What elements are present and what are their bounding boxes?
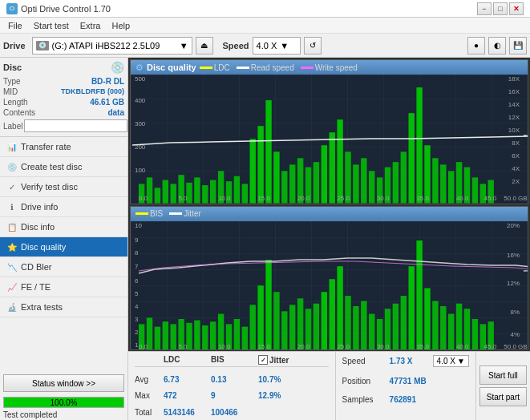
minimize-button[interactable]: −	[477, 2, 492, 15]
status-window-button[interactable]: Status window >>	[3, 374, 124, 392]
speed-box[interactable]: 4.0 X ▼	[433, 355, 469, 367]
svg-rect-20	[289, 164, 295, 203]
svg-rect-89	[273, 292, 279, 349]
restore-button[interactable]: □	[493, 2, 508, 15]
stats-bar: LDC BIS ✓ Jitter Avg 6.73 0.13 10.7% Max	[128, 351, 530, 420]
svg-text:15.0: 15.0	[257, 342, 270, 349]
save-button[interactable]: 💾	[509, 37, 527, 55]
svg-rect-92	[297, 298, 303, 349]
drive-selector[interactable]: 💿 (G:) ATAPI iHBS212 2.5L09 ▼	[32, 37, 192, 55]
svg-text:18X: 18X	[508, 75, 520, 83]
svg-text:50.0 GB: 50.0 GB	[504, 195, 527, 202]
legend-bis: BIS	[136, 209, 163, 218]
samples-value: 762891	[390, 395, 416, 404]
svg-text:25.0: 25.0	[337, 342, 350, 349]
start-full-button[interactable]: Start full	[479, 365, 527, 385]
sidebar-item-extra-tests[interactable]: 🔬 Extra tests	[0, 297, 127, 317]
legend-ldc-label: LDC	[214, 63, 230, 72]
sidebar-item-drive-info[interactable]: ℹ Drive info	[0, 197, 127, 217]
svg-rect-28	[353, 164, 358, 203]
svg-rect-84	[234, 318, 240, 349]
sidebar-item-label: Disc info	[21, 222, 55, 232]
disc-section-title: Disc	[3, 63, 22, 72]
disc-quality-icon: ⭐	[6, 241, 18, 252]
tool-btn-2[interactable]: ◐	[488, 37, 506, 55]
disc-length-row: Length 46.61 GB	[3, 98, 124, 107]
svg-text:8%: 8%	[511, 308, 520, 315]
action-buttons: Start full Start part	[475, 352, 530, 420]
svg-rect-104	[393, 303, 399, 349]
stats-right: Speed 1.73 X 4.0 X ▼ Position 47731 MB S…	[335, 352, 475, 420]
sidebar-item-create-test-disc[interactable]: 💿 Create test disc	[0, 157, 127, 177]
svg-rect-26	[337, 119, 342, 203]
svg-rect-79	[194, 320, 200, 349]
sidebar-item-disc-quality[interactable]: ⭐ Disc quality	[0, 237, 127, 257]
legend-write-speed: Write speed	[301, 63, 358, 72]
svg-text:12X: 12X	[508, 114, 520, 121]
disc-label-input[interactable]	[24, 119, 127, 132]
stats-empty-header	[135, 355, 160, 365]
disc-eject-icon[interactable]: 💿	[111, 61, 124, 74]
svg-text:45.0: 45.0	[484, 195, 497, 202]
sidebar-item-transfer-rate[interactable]: 📊 Transfer rate	[0, 137, 127, 157]
menu-file[interactable]: File	[3, 19, 27, 32]
max-ldc: 472	[164, 391, 208, 400]
svg-rect-35	[409, 113, 415, 203]
svg-rect-3	[155, 188, 160, 203]
extra-tests-icon: 🔬	[6, 301, 18, 313]
svg-rect-108	[424, 288, 430, 349]
position-label: Position	[342, 377, 386, 386]
app-icon: O	[6, 3, 18, 14]
svg-rect-18	[273, 151, 279, 203]
tool-btn-1[interactable]: ●	[467, 37, 485, 55]
svg-rect-30	[369, 171, 374, 203]
disc-label-row: Label ⚙	[3, 119, 124, 133]
svg-rect-95	[322, 292, 327, 349]
sidebar: Disc 💿 Type BD-R DL MID TDKBLDRFB (000) …	[0, 58, 128, 420]
legend-write-speed-label: Write speed	[315, 63, 358, 72]
avg-ldc: 6.73	[164, 375, 208, 384]
svg-text:12%: 12%	[507, 280, 520, 287]
main-container: Disc 💿 Type BD-R DL MID TDKBLDRFB (000) …	[0, 58, 530, 420]
svg-text:8X: 8X	[512, 139, 520, 147]
jitter-checkbox[interactable]: ✓	[258, 355, 268, 365]
svg-rect-105	[401, 296, 407, 349]
disc-info-table: Type BD-R DL MID TDKBLDRFB (000) Length …	[3, 77, 124, 133]
drive-dropdown-icon: ▼	[180, 41, 188, 50]
svg-rect-76	[171, 324, 176, 349]
svg-rect-106	[409, 266, 415, 349]
svg-rect-86	[250, 305, 256, 349]
refresh-button[interactable]: ↺	[304, 37, 322, 55]
avg-bis: 0.13	[211, 375, 255, 384]
max-label: Max	[135, 391, 160, 400]
sidebar-item-label: FE / TE	[21, 282, 51, 292]
svg-rect-33	[393, 162, 399, 203]
sidebar-item-disc-info[interactable]: 📋 Disc info	[0, 217, 127, 237]
svg-text:30.0: 30.0	[377, 195, 390, 202]
sidebar-item-label: Verify test disc	[21, 182, 78, 192]
svg-text:16X: 16X	[508, 88, 520, 95]
speed-stat-label: Speed	[342, 357, 386, 365]
sidebar-item-fe-te[interactable]: 📈 FE / TE	[0, 277, 127, 297]
menu-help[interactable]: Help	[107, 19, 135, 32]
position-row: Position 47731 MB	[342, 377, 469, 386]
close-button[interactable]: ✕	[509, 2, 524, 15]
sidebar-item-cd-bler[interactable]: 📉 CD Bler	[0, 257, 127, 277]
sidebar-item-label: Create test disc	[21, 162, 82, 172]
progress-bar-container: 100.0%	[3, 397, 124, 408]
menu-start-test[interactable]: Start test	[29, 19, 74, 32]
disc-length-label: Length	[3, 98, 28, 107]
speed-selector[interactable]: 4.0 X ▼	[253, 37, 301, 55]
chart1-legend: LDC Read speed Write speed	[200, 63, 358, 72]
disc-header: Disc 💿	[3, 61, 124, 74]
svg-text:40.0: 40.0	[456, 195, 469, 202]
menu-extra[interactable]: Extra	[75, 19, 106, 32]
svg-rect-110	[440, 305, 446, 349]
sidebar-item-verify-test-disc[interactable]: ✓ Verify test disc	[0, 177, 127, 197]
svg-rect-109	[432, 301, 438, 349]
legend-jitter: Jitter	[169, 209, 201, 218]
svg-text:10: 10	[135, 222, 142, 229]
chart1-icon: ⚙	[136, 63, 144, 73]
eject-button[interactable]: ⏏	[196, 37, 213, 55]
start-part-button[interactable]: Start part	[479, 387, 527, 406]
